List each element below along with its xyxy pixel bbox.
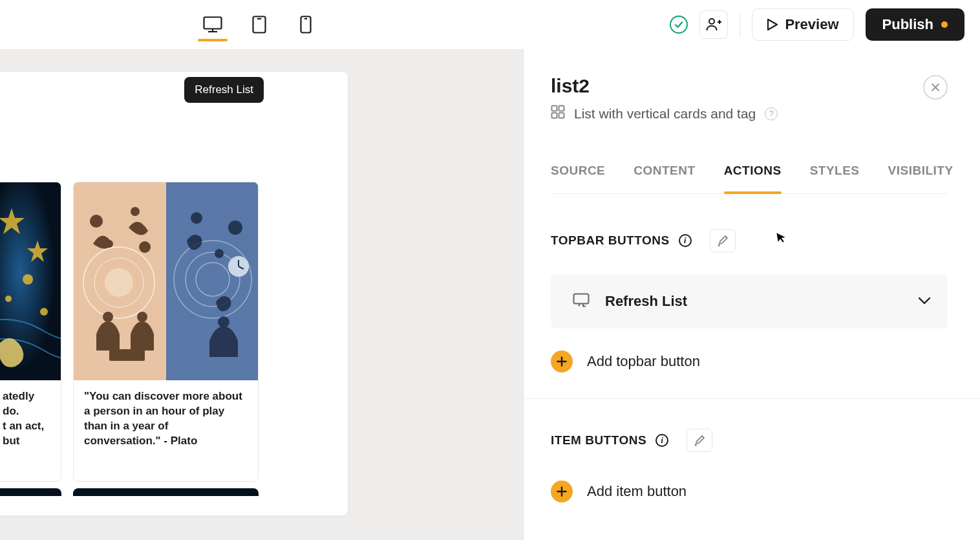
add-topbar-button[interactable]: Add topbar button	[551, 351, 948, 373]
panel-tabs: SOURCE CONTENT ACTIONS STYLES VISIBILITY	[551, 164, 948, 194]
svg-rect-39	[559, 113, 564, 118]
svg-rect-37	[559, 106, 564, 111]
section-topbar-buttons: TOPBAR BUTTONS i Refresh	[551, 229, 948, 373]
tab-styles[interactable]: STYLES	[810, 164, 860, 193]
topbar: Preview Publish	[0, 0, 980, 49]
preview-button[interactable]: Preview	[752, 8, 853, 41]
svg-point-7	[709, 19, 714, 24]
svg-point-19	[131, 207, 140, 216]
style-override-button[interactable]	[710, 229, 736, 252]
card-image	[74, 182, 258, 380]
topbar-actions: Preview Publish	[670, 8, 964, 41]
svg-rect-38	[552, 113, 557, 118]
panel-subtitle: List with vertical cards and tag	[574, 106, 756, 122]
inspector-panel: list2 List with vertical cards and tag ?	[523, 49, 980, 540]
card-quote: "You can discover more about a person in…	[84, 389, 248, 449]
status-check-icon[interactable]	[670, 16, 688, 34]
svg-rect-24	[109, 349, 145, 361]
card-quote: atedly do. t an act, but	[3, 389, 50, 449]
device-switcher	[200, 0, 318, 49]
panel-title: list2	[551, 75, 778, 97]
svg-point-23	[137, 312, 147, 322]
topbar-button-label: Refresh List	[605, 293, 687, 310]
svg-point-30	[228, 221, 242, 235]
divider	[524, 398, 980, 399]
user-plus-icon	[706, 17, 721, 32]
add-item-label: Add item button	[587, 483, 687, 500]
tab-visibility[interactable]: VISIBILITY	[888, 164, 953, 193]
grid-icon	[551, 105, 565, 122]
publish-label: Publish	[882, 16, 933, 33]
cards-row-next	[0, 482, 348, 496]
section-item-buttons: ITEM BUTTONS i Add item button	[551, 429, 948, 502]
svg-rect-0	[204, 17, 222, 29]
list-card[interactable]: "You can discover more about a person in…	[73, 182, 259, 482]
add-topbar-label: Add topbar button	[587, 353, 700, 370]
section-title: ITEM BUTTONS	[551, 433, 646, 448]
svg-point-22	[103, 312, 113, 322]
svg-point-21	[139, 241, 151, 253]
info-icon[interactable]: i	[655, 434, 668, 447]
svg-point-31	[215, 249, 224, 258]
device-tablet-button[interactable]	[247, 0, 272, 49]
preview-frame: Refresh List	[0, 72, 348, 515]
play-icon	[767, 18, 778, 31]
list-card[interactable]	[0, 488, 61, 496]
plus-icon	[551, 351, 573, 373]
add-collaborator-button[interactable]	[699, 10, 728, 39]
publish-status-dot	[941, 21, 948, 28]
svg-point-17	[105, 268, 133, 297]
style-override-button[interactable]	[687, 429, 712, 452]
svg-point-13	[40, 308, 48, 316]
panel-subtitle-row: List with vertical cards and tag ?	[551, 105, 778, 122]
svg-point-12	[5, 296, 12, 302]
cards-row: atedly do. t an act, but	[0, 182, 348, 482]
canvas-pane[interactable]: Refresh List	[0, 49, 523, 540]
svg-point-18	[90, 215, 103, 228]
topbar-button-row-refresh[interactable]: Refresh List	[551, 274, 948, 329]
close-panel-button[interactable]	[923, 75, 948, 100]
mobile-icon	[300, 16, 312, 34]
plus-icon	[551, 481, 573, 502]
divider	[740, 13, 740, 36]
help-icon[interactable]: ?	[765, 107, 778, 120]
svg-rect-42	[574, 294, 589, 304]
svg-rect-36	[552, 106, 557, 111]
close-icon	[931, 83, 940, 92]
svg-point-29	[191, 212, 202, 224]
card-image	[0, 182, 61, 380]
device-mobile-button[interactable]	[293, 0, 318, 49]
device-desktop-button[interactable]	[200, 0, 225, 49]
refresh-list-button[interactable]: Refresh List	[184, 77, 264, 103]
publish-button[interactable]: Publish	[866, 8, 964, 41]
tab-content[interactable]: CONTENT	[634, 164, 695, 193]
brush-icon	[693, 434, 706, 447]
info-icon[interactable]: i	[679, 234, 692, 247]
list-card[interactable]: atedly do. t an act, but	[0, 182, 61, 482]
action-icon	[573, 293, 590, 310]
desktop-icon	[203, 16, 222, 33]
svg-point-35	[218, 316, 229, 328]
tablet-icon	[252, 16, 266, 34]
tab-actions[interactable]: ACTIONS	[724, 164, 782, 193]
list-card[interactable]	[73, 488, 259, 496]
brush-icon	[716, 234, 729, 247]
section-title: TOPBAR BUTTONS	[551, 233, 670, 248]
tab-source[interactable]: SOURCE	[551, 164, 605, 193]
svg-point-11	[23, 274, 33, 285]
chevron-down-icon	[918, 296, 931, 307]
preview-label: Preview	[785, 16, 838, 33]
add-item-button[interactable]: Add item button	[551, 481, 948, 502]
